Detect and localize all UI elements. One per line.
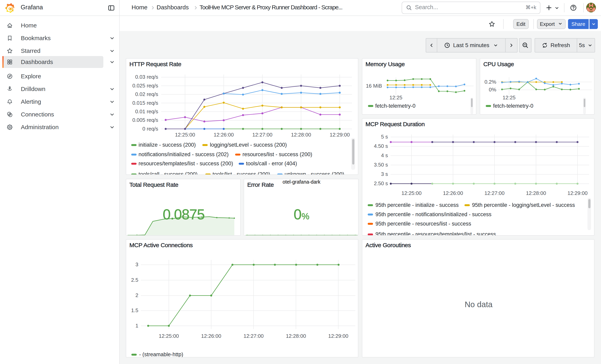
svg-text:12:27:00: 12:27:00: [252, 132, 272, 138]
svg-text:resources/templates/list - suc: resources/templates/list - success (200): [139, 160, 233, 167]
svg-text:12:25:00: 12:25:00: [401, 190, 421, 196]
svg-text:0.005 req/s: 0.005 req/s: [132, 117, 158, 123]
svg-text:12:26:00: 12:26:00: [201, 333, 221, 339]
svg-text:4 s: 4 s: [381, 152, 388, 158]
svg-text:1: 1: [136, 323, 138, 329]
svg-text:12:27:00: 12:27:00: [485, 190, 505, 196]
svg-text:0.015 req/s: 0.015 req/s: [132, 100, 158, 106]
svg-text:5 s: 5 s: [381, 134, 388, 140]
svg-text:tools/call - success (200): tools/call - success (200): [139, 171, 198, 175]
svg-text:4.50 s: 4.50 s: [374, 143, 388, 149]
svg-text:fetch-telemetry-0: fetch-telemetry-0: [375, 103, 416, 109]
svg-text:12:28:00: 12:28:00: [286, 333, 306, 339]
svg-text:resources/list - success (200): resources/list - success (200): [242, 151, 312, 157]
svg-text:0.03 req/s: 0.03 req/s: [135, 74, 158, 80]
svg-text:12:27:00: 12:27:00: [243, 333, 263, 339]
svg-text:12:25:00: 12:25:00: [175, 132, 195, 138]
svg-text:12:26:00: 12:26:00: [443, 190, 463, 196]
svg-text:1.5: 1.5: [131, 307, 138, 313]
svg-text:2: 2: [136, 292, 138, 298]
svg-text:notifications/initialized - su: notifications/initialized - success (202…: [139, 151, 229, 157]
svg-text:2.5: 2.5: [131, 277, 138, 283]
svg-text:0%: 0%: [489, 87, 496, 93]
svg-text:- (streamable-http): - (streamable-http): [139, 352, 183, 357]
svg-text:12:28:00: 12:28:00: [526, 190, 546, 196]
svg-text:3 s: 3 s: [381, 171, 388, 177]
svg-text:95th percentile - resources/li: 95th percentile - resources/list - succe…: [375, 221, 471, 227]
svg-text:0.2%: 0.2%: [485, 79, 496, 85]
svg-text:3: 3: [136, 261, 138, 267]
svg-text:95th percentile - notification: 95th percentile - notifications/initiali…: [375, 211, 491, 217]
svg-text:95th percentile - logging/setL: 95th percentile - logging/setLevel - suc…: [472, 202, 575, 208]
svg-text:95th percentile - initialize -: 95th percentile - initialize - success: [375, 202, 459, 208]
svg-text:12:29:00: 12:29:00: [328, 333, 348, 339]
svg-text:12:25:00: 12:25:00: [159, 333, 179, 339]
svg-text:0.02 req/s: 0.02 req/s: [135, 91, 158, 97]
svg-text:tools/list - success (200): tools/list - success (200): [213, 171, 270, 175]
svg-text:12:25: 12:25: [503, 95, 516, 100]
svg-text:16 MiB: 16 MiB: [366, 83, 382, 89]
svg-text:12:28:00: 12:28:00: [291, 132, 311, 138]
svg-text:3.50 s: 3.50 s: [374, 162, 388, 168]
svg-text:0 req/s: 0 req/s: [142, 126, 158, 132]
svg-text:0.01 req/s: 0.01 req/s: [135, 108, 158, 114]
svg-text:12:26:00: 12:26:00: [214, 132, 234, 138]
svg-text:12:29:00: 12:29:00: [567, 190, 588, 196]
svg-text:initialize - success (200): initialize - success (200): [139, 142, 196, 148]
svg-text:95th percentile - resources/te: 95th percentile - resources/templates/li…: [375, 231, 496, 236]
svg-text:0.025 req/s: 0.025 req/s: [132, 83, 158, 89]
svg-text:unknown - success (200): unknown - success (200): [285, 171, 344, 175]
svg-text:12:25: 12:25: [389, 95, 402, 100]
svg-text:12:29:00: 12:29:00: [330, 132, 350, 138]
svg-text:2.50 s: 2.50 s: [374, 180, 388, 186]
svg-text:logging/setLevel - success (20: logging/setLevel - success (200): [210, 142, 287, 148]
svg-text:tools/call - error (404): tools/call - error (404): [246, 160, 297, 167]
svg-text:fetch-telemetry-0: fetch-telemetry-0: [493, 103, 533, 109]
